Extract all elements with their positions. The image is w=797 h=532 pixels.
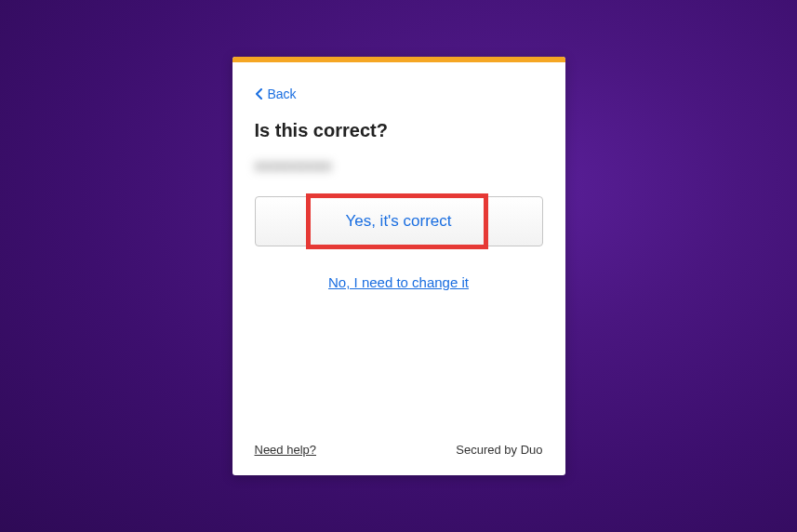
auth-card: Back Is this correct? 0000000000 Yes, it…	[232, 57, 565, 475]
change-link[interactable]: No, I need to change it	[255, 274, 543, 290]
card-body: Back Is this correct? 0000000000 Yes, it…	[232, 62, 565, 475]
page-title: Is this correct?	[255, 120, 543, 141]
obscured-value: 0000000000	[255, 158, 543, 174]
chevron-left-icon	[255, 88, 262, 100]
back-label: Back	[268, 86, 297, 101]
secured-by-label: Secured by Duo	[456, 443, 542, 457]
help-link[interactable]: Need help?	[255, 443, 317, 457]
confirm-button-label: Yes, it's correct	[345, 212, 451, 230]
confirm-button[interactable]: Yes, it's correct	[255, 196, 543, 246]
card-footer: Need help? Secured by Duo	[255, 443, 543, 457]
back-link[interactable]: Back	[255, 86, 297, 101]
spacer	[255, 290, 543, 443]
confirm-button-container: Yes, it's correct	[255, 196, 543, 246]
